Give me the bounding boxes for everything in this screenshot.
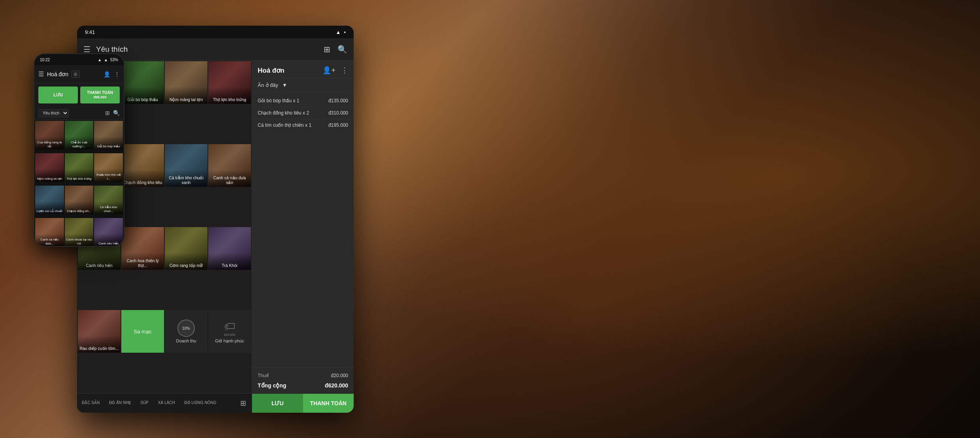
phone-header-icons: 👤 ⋮ xyxy=(104,71,120,77)
order-header-icons: 👤+ ⋮ xyxy=(322,66,348,75)
order-tax-row: Thuế đ20.000 xyxy=(258,371,348,380)
phone-filter-select[interactable]: Yêu thích xyxy=(38,109,69,117)
order-grand-total-value: đ620.000 xyxy=(325,382,348,389)
phone-menu-label-1: Cua đồng rang lá lốt xyxy=(36,141,63,148)
dine-in-selector[interactable]: Ăn ở đây ▼ xyxy=(252,78,354,92)
tablet-luu-button[interactable]: LƯU xyxy=(252,394,303,413)
tablet-time: 9:41 xyxy=(85,29,95,35)
phone-add-customer-icon[interactable]: 👤 xyxy=(104,71,110,77)
phone-menu-item-5[interactable]: Thịt lợn kho trứng xyxy=(65,153,94,182)
phone-device: 10:22 ▲ ▲ 53% ☰ Hoá đơn ⊞ 👤 ⋮ LƯU THANH … xyxy=(34,53,124,247)
phone-grid-area: Cua đồng rang lá lốt Chả ốc xưa nướng l.… xyxy=(34,120,124,247)
menu-item-label-9: Canh riêu hến xyxy=(79,263,119,268)
cat-tab-sup[interactable]: SÚP xyxy=(136,393,153,413)
menu-item-4[interactable]: Thịt lợn kho trứng xyxy=(208,61,251,104)
order-item-price-3: đ195.000 xyxy=(328,122,348,128)
menu-item-10[interactable]: Canh hoa thiên lý thịt... xyxy=(121,227,164,270)
phone-menu-label-9: Cá trắm kho chuô... xyxy=(95,205,122,213)
phone-filter-icons: ⊞ 🔍 xyxy=(105,110,120,116)
phone-thanhtoan-button[interactable]: THANH TOÁN đ95.000 xyxy=(80,86,120,103)
phone-menu-label-8: Chạch đồng kh... xyxy=(66,209,92,213)
phone-menu-item-8[interactable]: Chạch đồng kh... xyxy=(65,186,94,214)
order-item-row-3: Cá tím cuốn thịt chiên x 1 đ195.000 xyxy=(252,119,354,132)
menu-item-label-2: Gỏi bò bóp thấu xyxy=(123,97,162,102)
phone-menu-item-12[interactable]: Canh riêu hến xyxy=(94,218,123,247)
phone-search-icon[interactable]: 🔍 xyxy=(113,110,120,116)
order-item-price-1: đ135.000 xyxy=(328,98,348,103)
phone-menu-label-7: Lươn om củ chuối xyxy=(36,209,63,213)
cat-tab-do-uong-nong[interactable]: ĐỒ UỐNG NÓNG xyxy=(180,393,221,413)
menu-item-3[interactable]: Nộm măng tai lợn xyxy=(165,61,207,104)
tablet-thanhtoan-button[interactable]: THANH TOÁN xyxy=(303,394,354,413)
menu-item-sa-mac[interactable]: Sa mạc xyxy=(121,310,164,353)
dine-in-label: Ăn ở đây xyxy=(258,82,278,88)
phone-action-row: LƯU THANH TOÁN đ95.000 xyxy=(34,83,124,107)
tablet-order-panel: Hoá đơn 👤+ ⋮ Ăn ở đây ▼ Gỏi bò bóp thấu … xyxy=(252,60,354,413)
phone-filter-row: Yêu thích ⊞ 🔍 xyxy=(34,107,124,120)
phone-wifi-icon: ▲ xyxy=(98,58,102,62)
order-item-price-2: đ310.000 xyxy=(328,110,348,116)
order-tax-value: đ20.000 xyxy=(331,373,348,378)
phone-scan-icon[interactable]: ⊞ xyxy=(105,110,110,116)
phone-menu-label-3: Gỏi bò bóp thấu xyxy=(95,145,122,149)
menu-item-label-11: Cơm rang tốp mỡ xyxy=(166,263,206,268)
tablet-search-icon[interactable]: 🔍 xyxy=(337,45,347,54)
cat-tab-do-an-nhe[interactable]: ĐỒ ĂN NHẸ xyxy=(104,393,136,413)
discount-badge: 10% xyxy=(177,320,195,337)
cat-tab-dac-san[interactable]: ĐẶC SẢN xyxy=(77,393,104,413)
add-customer-icon[interactable]: 👤+ xyxy=(322,66,335,75)
tablet-battery-icon: ▪ xyxy=(344,29,346,35)
menu-item-doanh-thu[interactable]: 10% Doanh thu xyxy=(165,310,207,353)
phone-menu-item-4[interactable]: Nộm măng tai lợn xyxy=(35,153,64,182)
menu-item-8[interactable]: Canh cá nấu dưa sấn xyxy=(208,144,251,187)
phone-header: ☰ Hoá đơn ⊞ 👤 ⋮ xyxy=(34,65,124,83)
menu-item-12[interactable]: Trà Khói xyxy=(208,227,251,270)
phone-more-icon[interactable]: ⋮ xyxy=(114,71,120,77)
phone-menu-item-6[interactable]: Rượu kho thịt với l... xyxy=(94,153,123,182)
menu-item-13[interactable]: Rau diếp cuốn tôm... xyxy=(78,310,121,353)
phone-menu-label-11: Canh khoai sọ rau rút xyxy=(66,238,92,245)
tablet-status-bar: 9:41 ▲ ▪ xyxy=(77,26,354,38)
menu-item-2[interactable]: Gỏi bò bóp thấu xyxy=(121,61,164,104)
order-tax-label: Thuế xyxy=(258,373,269,378)
menu-item-label-4: Thịt lợn kho trứng xyxy=(210,97,249,102)
menu-item-11[interactable]: Cơm rang tốp mỡ xyxy=(165,227,207,270)
phone-menu-label-5: Thịt lợn kho trứng xyxy=(66,177,92,181)
menu-item-label-3: Nộm măng tai lợn xyxy=(166,97,206,102)
menu-item-label-13: Rau diếp cuốn tôm... xyxy=(79,346,119,351)
phone-title: Hoá đơn xyxy=(47,71,68,77)
phone-menu-item-7[interactable]: Lươn om củ chuối xyxy=(35,186,64,214)
order-panel-header: Hoá đơn 👤+ ⋮ xyxy=(252,60,354,78)
tablet-scan-icon[interactable]: ⊞ xyxy=(324,45,330,54)
phone-menu-icon[interactable]: ☰ xyxy=(38,70,44,78)
cat-tab-xa-lach[interactable]: XÀ LÁCH xyxy=(153,393,180,413)
phone-time: 10:22 xyxy=(40,58,50,62)
phone-menu-item-10[interactable]: Canh cá nấu dưa... xyxy=(35,218,64,247)
order-item-name-2: Chạch đồng kho tiêu x 2 xyxy=(258,110,328,116)
phone-menu-item-9[interactable]: Cá trắm kho chuô... xyxy=(94,186,123,214)
phone-menu-label-12: Canh riêu hến xyxy=(95,242,122,246)
menu-item-7[interactable]: Cá trắm kho chuối xanh xyxy=(165,144,207,187)
order-item-row-2: Chạch đồng kho tiêu x 2 đ310.000 xyxy=(252,107,354,119)
tablet-wifi-icon: ▲ xyxy=(336,29,341,35)
phone-luu-button[interactable]: LƯU xyxy=(38,86,78,103)
order-action-buttons: LƯU THANH TOÁN xyxy=(252,394,354,413)
phone-menu-item-11[interactable]: Canh khoai sọ rau rút xyxy=(65,218,94,247)
cat-grid-icon[interactable]: ⊞ xyxy=(235,399,252,408)
menu-item-gio-hanh-phuc[interactable]: 🏷 đ10.000 Giờ hạnh phúc xyxy=(208,310,251,353)
doanh-thu-label: Doanh thu xyxy=(176,338,196,343)
order-grand-total-label: Tổng cộng xyxy=(258,382,286,389)
order-item-name-3: Cá tím cuốn thịt chiên x 1 xyxy=(258,122,328,128)
phone-menu-item-1[interactable]: Cua đồng rang lá lốt xyxy=(35,121,64,150)
phone-menu-label-2: Chả ốc xưa nướng l... xyxy=(66,141,92,148)
order-more-icon[interactable]: ⋮ xyxy=(341,66,348,75)
phone-tt-price: đ95.000 xyxy=(80,95,120,100)
order-grand-total-row: Tổng cộng đ620.000 xyxy=(258,380,348,391)
order-totals: Thuế đ20.000 Tổng cộng đ620.000 xyxy=(252,367,354,394)
menu-item-6[interactable]: Chạch đồng kho tiêu xyxy=(121,144,164,187)
phone-tt-label: THANH TOÁN xyxy=(80,90,120,95)
tablet-menu-icon[interactable]: ☰ xyxy=(83,45,90,54)
phone-status-bar: 10:22 ▲ ▲ 53% xyxy=(34,54,124,65)
phone-menu-item-3[interactable]: Gỏi bò bóp thấu xyxy=(94,121,123,150)
phone-menu-item-2[interactable]: Chả ốc xưa nướng l... xyxy=(65,121,94,150)
